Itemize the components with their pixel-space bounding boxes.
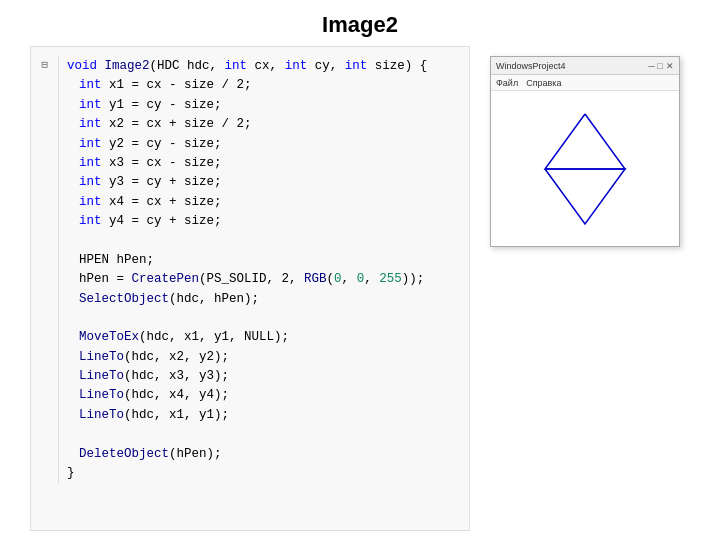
- line-number: [31, 251, 59, 270]
- line-content: int x4 = cx + size;: [67, 193, 469, 212]
- line-content: [67, 309, 469, 328]
- line-number: [31, 135, 59, 154]
- window-title: WindowsProject4: [496, 61, 566, 71]
- code-line: [31, 309, 469, 328]
- line-content: LineTo(hdc, x4, y4);: [67, 386, 469, 405]
- menu-item-help[interactable]: Справка: [526, 78, 561, 88]
- code-line: HPEN hPen;: [31, 251, 469, 270]
- line-content: MoveToEx(hdc, x1, y1, NULL);: [67, 328, 469, 347]
- window-titlebar: WindowsProject4 ─ □ ✕: [491, 57, 679, 75]
- line-content: LineTo(hdc, x3, y3);: [67, 367, 469, 386]
- code-line: ⊟ void Image2(HDC hdc, int cx, int cy, i…: [31, 57, 469, 76]
- line-content: [67, 425, 469, 444]
- preview-panel: WindowsProject4 ─ □ ✕ Файл Справка: [490, 46, 690, 531]
- line-content: LineTo(hdc, x2, y2);: [67, 348, 469, 367]
- code-line: MoveToEx(hdc, x1, y1, NULL);: [31, 328, 469, 347]
- line-content: LineTo(hdc, x1, y1);: [67, 406, 469, 425]
- line-content: int x3 = cx - size;: [67, 154, 469, 173]
- line-content: SelectObject(hdc, hPen);: [67, 290, 469, 309]
- line-content: int y1 = cy - size;: [67, 96, 469, 115]
- line-number: [31, 96, 59, 115]
- code-line: [31, 425, 469, 444]
- line-number: ⊟: [31, 57, 59, 76]
- code-line: [31, 231, 469, 250]
- line-number: [31, 367, 59, 386]
- line-number: [31, 270, 59, 289]
- bottom-triangle: [545, 169, 625, 224]
- code-lines: ⊟ void Image2(HDC hdc, int cx, int cy, i…: [31, 57, 469, 483]
- line-number: [31, 328, 59, 347]
- line-content: int x2 = cx + size / 2;: [67, 115, 469, 134]
- line-content: HPEN hPen;: [67, 251, 469, 270]
- code-line: SelectObject(hdc, hPen);: [31, 290, 469, 309]
- code-line: hPen = CreatePen(PS_SOLID, 2, RGB(0, 0, …: [31, 270, 469, 289]
- line-content: int x1 = cx - size / 2;: [67, 76, 469, 95]
- minimize-button[interactable]: ─: [648, 61, 654, 71]
- code-line: int y2 = cy - size;: [31, 135, 469, 154]
- code-line: int y1 = cy - size;: [31, 96, 469, 115]
- line-content: int y3 = cy + size;: [67, 173, 469, 192]
- code-line: int y4 = cy + size;: [31, 212, 469, 231]
- code-line: int x1 = cx - size / 2;: [31, 76, 469, 95]
- code-line: int x3 = cx - size;: [31, 154, 469, 173]
- line-content: [67, 231, 469, 250]
- line-number: [31, 193, 59, 212]
- code-panel: ⊟ void Image2(HDC hdc, int cx, int cy, i…: [30, 46, 470, 531]
- code-line: LineTo(hdc, x3, y3);: [31, 367, 469, 386]
- line-number: [31, 445, 59, 464]
- maximize-button[interactable]: □: [658, 61, 663, 71]
- line-number: [31, 115, 59, 134]
- line-content: DeleteObject(hPen);: [67, 445, 469, 464]
- line-number: [31, 290, 59, 309]
- line-number: [31, 348, 59, 367]
- code-line: int x4 = cx + size;: [31, 193, 469, 212]
- code-line: LineTo(hdc, x1, y1);: [31, 406, 469, 425]
- line-number: [31, 386, 59, 405]
- code-line: LineTo(hdc, x2, y2);: [31, 348, 469, 367]
- line-number: [31, 154, 59, 173]
- code-line: LineTo(hdc, x4, y4);: [31, 386, 469, 405]
- line-number: [31, 425, 59, 444]
- drawing-svg: [530, 104, 640, 234]
- drawing-canvas: [491, 91, 679, 246]
- code-line: }: [31, 464, 469, 483]
- line-number: [31, 309, 59, 328]
- main-content: ⊟ void Image2(HDC hdc, int cx, int cy, i…: [0, 46, 720, 531]
- line-content: void Image2(HDC hdc, int cx, int cy, int…: [67, 57, 469, 76]
- window-menubar[interactable]: Файл Справка: [491, 75, 679, 91]
- code-line: int x2 = cx + size / 2;: [31, 115, 469, 134]
- line-number: [31, 406, 59, 425]
- line-number: [31, 231, 59, 250]
- close-button[interactable]: ✕: [666, 61, 674, 71]
- line-number: [31, 173, 59, 192]
- window-frame: WindowsProject4 ─ □ ✕ Файл Справка: [490, 56, 680, 247]
- line-content: int y2 = cy - size;: [67, 135, 469, 154]
- code-line: DeleteObject(hPen);: [31, 445, 469, 464]
- line-number: [31, 76, 59, 95]
- window-controls[interactable]: ─ □ ✕: [648, 61, 674, 71]
- line-number: [31, 464, 59, 483]
- page-title: Image2: [0, 0, 720, 46]
- line-content: int y4 = cy + size;: [67, 212, 469, 231]
- top-triangle: [545, 114, 625, 169]
- line-content: }: [67, 464, 469, 483]
- line-content: hPen = CreatePen(PS_SOLID, 2, RGB(0, 0, …: [67, 270, 469, 289]
- code-line: int y3 = cy + size;: [31, 173, 469, 192]
- line-number: [31, 212, 59, 231]
- menu-item-file[interactable]: Файл: [496, 78, 518, 88]
